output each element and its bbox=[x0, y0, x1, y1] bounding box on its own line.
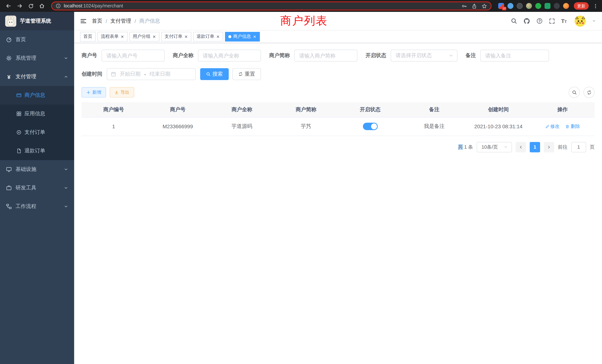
status-select[interactable]: 请选择开启状态 bbox=[391, 50, 457, 62]
short-name-input[interactable] bbox=[294, 50, 357, 62]
chrome-update-button[interactable]: 更新 bbox=[574, 2, 589, 10]
breadcrumb-item[interactable]: 支付管理 bbox=[110, 18, 131, 24]
sidebar-item-merchant-info[interactable]: 商户信息 bbox=[0, 86, 74, 105]
filter-label: 商户简称 bbox=[269, 52, 290, 59]
sidebar-logo[interactable]: 芋道管理系统 bbox=[0, 12, 74, 30]
fullscreen-icon[interactable] bbox=[549, 18, 555, 24]
omnibox-actions bbox=[462, 3, 487, 9]
browser-reload-button[interactable] bbox=[26, 1, 36, 11]
search-button[interactable]: 搜索 bbox=[200, 68, 229, 80]
browser-home-button[interactable] bbox=[37, 1, 47, 11]
sidebar-item-pay-order[interactable]: 支付订单 bbox=[0, 123, 74, 142]
bookmark-star-icon[interactable] bbox=[482, 3, 487, 9]
profile-avatar-icon[interactable] bbox=[563, 3, 569, 9]
password-key-icon[interactable] bbox=[462, 3, 467, 9]
sidebar-item-label: 商户信息 bbox=[24, 92, 45, 99]
sidebar-toggle-button[interactable] bbox=[80, 18, 87, 24]
pagination: 共 1 条 10条/页 1 前往 页 bbox=[82, 142, 595, 152]
extension-icon-3[interactable] bbox=[517, 3, 523, 9]
url-host: localhost bbox=[64, 3, 82, 9]
chevron-down-icon bbox=[64, 56, 68, 60]
sidebar-item-workflow[interactable]: 工作流程 bbox=[0, 197, 74, 216]
search-icon[interactable] bbox=[511, 18, 517, 24]
close-icon[interactable] bbox=[120, 35, 124, 38]
export-button[interactable]: 导出 bbox=[110, 87, 134, 97]
goto-page-input[interactable] bbox=[571, 142, 586, 152]
page-number-button[interactable]: 1 bbox=[530, 142, 540, 152]
tab-process-form[interactable]: 流程表单 bbox=[97, 32, 128, 41]
search-icon bbox=[572, 90, 577, 95]
yen-icon: ¥ bbox=[6, 74, 12, 80]
tab-pay-order[interactable]: 支付订单 bbox=[161, 32, 191, 41]
github-icon[interactable] bbox=[523, 18, 530, 24]
app-title: 芋道管理系统 bbox=[20, 18, 51, 24]
cell-actions: 修改 删除 bbox=[530, 117, 595, 136]
breadcrumb-item[interactable]: 首页 bbox=[92, 18, 102, 24]
refresh-table-button[interactable] bbox=[583, 87, 595, 98]
sidebar-item-system[interactable]: 系统管理 bbox=[0, 49, 74, 67]
browser-back-button[interactable] bbox=[4, 1, 13, 11]
col-remark: 备注 bbox=[402, 102, 466, 117]
extension-icon-4[interactable] bbox=[526, 3, 532, 9]
browser-menu-icon[interactable] bbox=[593, 3, 598, 9]
url-bar[interactable]: localhost:1024/pay/merchant bbox=[51, 1, 492, 10]
toggle-search-button[interactable] bbox=[569, 87, 580, 98]
breadcrumb-item-current: 商户信息 bbox=[139, 18, 160, 24]
caret-down-icon[interactable] bbox=[592, 19, 596, 23]
site-info-icon[interactable] bbox=[56, 3, 61, 9]
extension-icon-1[interactable]: 10 bbox=[498, 3, 504, 9]
close-icon[interactable] bbox=[184, 35, 188, 38]
font-size-icon[interactable]: TT bbox=[561, 18, 567, 24]
tab-home[interactable]: 首页 bbox=[80, 32, 96, 41]
sidebar-item-app-info[interactable]: 应用信息 bbox=[0, 105, 74, 123]
next-page-button[interactable] bbox=[544, 142, 554, 152]
col-merchant-id: 商户编号 bbox=[82, 102, 146, 117]
col-actions: 操作 bbox=[530, 102, 595, 117]
tab-user-group[interactable]: 用户分组 bbox=[129, 32, 159, 41]
browser-forward-button[interactable] bbox=[15, 1, 24, 11]
sidebar-item-label: 系统管理 bbox=[16, 55, 36, 62]
sidebar-item-home[interactable]: 首页 bbox=[0, 30, 74, 49]
page-size-select[interactable]: 10条/页 bbox=[477, 142, 512, 152]
sidebar-item-refund-order[interactable]: 退款订单 bbox=[0, 142, 74, 160]
remark-input[interactable] bbox=[480, 50, 549, 62]
hamburger-icon bbox=[80, 18, 87, 24]
user-avatar[interactable] bbox=[575, 15, 586, 26]
add-button[interactable]: 新增 bbox=[82, 87, 106, 97]
payment-submenu: 商户信息 应用信息 支付订单 退款订单 bbox=[0, 86, 74, 160]
extension-icon-6[interactable] bbox=[545, 3, 550, 9]
edit-button[interactable]: 修改 bbox=[545, 123, 559, 129]
delete-button[interactable]: 删除 bbox=[566, 123, 580, 129]
reset-button[interactable]: 重置 bbox=[232, 68, 261, 80]
chevron-down-icon bbox=[64, 186, 68, 190]
extension-icon-7[interactable] bbox=[554, 3, 560, 9]
close-icon[interactable] bbox=[152, 35, 156, 38]
extension-icon-2[interactable] bbox=[507, 3, 513, 9]
create-time-range-picker[interactable]: 开始日期 - 结束日期 bbox=[107, 68, 196, 80]
prev-page-button[interactable] bbox=[516, 142, 526, 152]
share-icon[interactable] bbox=[472, 3, 477, 9]
pikachu-avatar-icon bbox=[575, 15, 586, 26]
monitor-icon bbox=[6, 166, 12, 172]
trash-icon bbox=[566, 124, 570, 128]
merchant-no-input[interactable] bbox=[102, 50, 165, 62]
full-name-input[interactable] bbox=[198, 50, 261, 62]
tab-merchant-info[interactable]: 商户信息 bbox=[225, 32, 260, 41]
pagination-total: 共 1 条 bbox=[458, 144, 473, 150]
close-icon[interactable] bbox=[216, 35, 220, 38]
end-date-placeholder: 结束日期 bbox=[150, 71, 170, 77]
url-path: :1024/pay/merchant bbox=[82, 3, 123, 9]
sidebar-item-payment[interactable]: ¥ 支付管理 bbox=[0, 67, 74, 86]
sidebar-item-devtools[interactable]: 研发工具 bbox=[0, 179, 74, 197]
sidebar-item-infra[interactable]: 基础设施 bbox=[0, 160, 74, 179]
extension-icon-5[interactable] bbox=[535, 3, 541, 9]
tab-refund-order[interactable]: 退款订单 bbox=[193, 32, 223, 41]
help-icon[interactable] bbox=[536, 18, 542, 24]
close-icon[interactable] bbox=[253, 35, 257, 38]
sidebar-item-label: 研发工具 bbox=[16, 185, 36, 191]
select-placeholder: 请选择开启状态 bbox=[396, 52, 449, 59]
tags-view-bar: 首页 流程表单 用户分组 支付订单 退款订单 商户信息 bbox=[74, 30, 602, 43]
screen: localhost:1024/pay/merchant 10 更新 bbox=[0, 0, 602, 364]
filter-short-name: 商户简称 bbox=[269, 50, 357, 62]
status-toggle[interactable] bbox=[363, 123, 377, 130]
